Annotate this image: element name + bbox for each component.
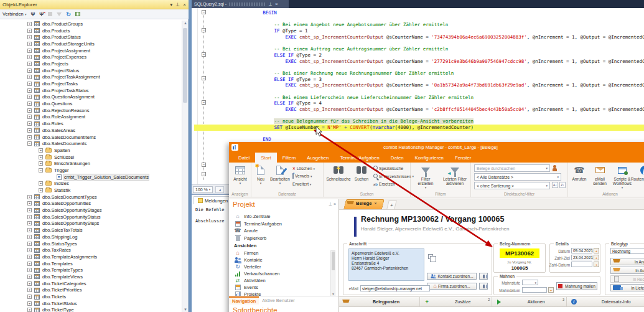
sort-asc-icon[interactable]: A↓ <box>552 182 558 188</box>
crm-titlebar[interactable]: combit Relationship Manager - combit_Lar… <box>229 142 644 153</box>
expander-icon[interactable]: + <box>27 108 32 113</box>
expander-icon[interactable]: + <box>39 161 43 166</box>
sidebar-item-firmen[interactable]: ⌂Firmen <box>234 250 258 257</box>
filter-erstellen-button[interactable]: Filter erstellen▾ <box>413 164 438 190</box>
email-field[interactable]: steiger@relationship-manager.net <box>360 285 430 291</box>
scroll-up-icon[interactable]: ▲ <box>183 21 188 25</box>
expander-icon[interactable]: + <box>27 295 32 299</box>
tree-item[interactable]: +dbo.TemplateAssignments <box>0 253 182 260</box>
suchen-button[interactable]: Suchen <box>352 164 371 181</box>
tree-item[interactable]: −Trigger <box>0 167 182 174</box>
zoom-level-select[interactable]: 100 % ▾ <box>193 186 213 193</box>
tree-item[interactable]: +dbo.TaxRates <box>0 247 182 253</box>
expander-icon[interactable]: + <box>27 102 32 106</box>
expander-icon[interactable]: + <box>27 115 32 119</box>
tree-item[interactable]: +Statistik <box>0 187 182 194</box>
expander-icon[interactable]: + <box>27 235 32 239</box>
sidebar-item-events[interactable]: Events <box>234 284 258 291</box>
pin-icon[interactable]: ⊥ <box>175 2 180 7</box>
tree-item[interactable]: +dbo.SalesDocumentTypes <box>0 194 182 201</box>
expander-icon[interactable]: + <box>27 228 32 232</box>
collapse-box-icon[interactable]: − <box>202 172 206 176</box>
tree-item[interactable]: +dbo.TemplateTypes <box>0 267 182 273</box>
close-icon[interactable]: × <box>183 2 186 7</box>
object-explorer-titlebar[interactable]: Objekt-Explorer ▾ ⊥ × <box>0 0 189 9</box>
expander-icon[interactable]: + <box>27 29 32 33</box>
tree-item[interactable]: +dbo.Templates <box>0 260 182 267</box>
bearbeiten-button[interactable]: Bearbeiten▾ <box>269 164 291 186</box>
section-tab-zus-tze[interactable]: +Zusätze2 <box>420 297 492 306</box>
verweis-button[interactable]: Verweis ▾ <box>292 174 312 178</box>
expander-icon[interactable]: + <box>27 88 32 93</box>
expander-icon[interactable]: + <box>39 148 43 153</box>
projekt-scrollbar[interactable]: ▼ <box>330 250 335 296</box>
expander-icon[interactable]: + <box>27 215 32 219</box>
ribbon-tab-termine-aufgaben[interactable]: Termine/Aufgaben <box>334 153 385 163</box>
expander-icon[interactable]: − <box>27 141 32 146</box>
tree-item[interactable]: +dbo.ShippingLog <box>0 234 182 240</box>
tree-item[interactable]: +dbo.SalesOpportunities <box>0 201 182 207</box>
in-verzeichnissen-button[interactable]: In Verzeichnissen ▾ <box>373 174 414 179</box>
collapse-box-icon[interactable]: − <box>202 28 206 32</box>
expander-icon[interactable]: + <box>27 255 32 259</box>
section-tab-datensatz-info[interactable]: iDatensatz-Info <box>567 297 644 306</box>
messages-tab[interactable]: Meldungen <box>194 196 232 204</box>
tree-item[interactable]: +dbo.Questions <box>0 100 182 107</box>
copy-icon[interactable] <box>428 250 433 262</box>
expander-icon[interactable]: + <box>27 128 32 133</box>
tree-item[interactable]: +dbo.ProjectStatus <box>0 67 182 74</box>
ribbon-tab-konfigurieren[interactable]: Konfigurieren <box>409 153 449 163</box>
expander-icon[interactable]: + <box>27 195 32 199</box>
tree-item[interactable]: +Spalten <box>0 147 182 154</box>
collapse-box-icon[interactable]: − <box>202 76 206 80</box>
query-tab[interactable]: SQLQuery2.sql - ⊥ × <box>192 0 289 8</box>
belege-durchsuchen-input[interactable]: Belege durchsuchen▾ <box>474 164 550 172</box>
expander-icon[interactable]: + <box>27 221 32 225</box>
ribbon-tab-filtern[interactable]: Filtern <box>277 153 302 163</box>
belegtyp-in-auftrag-button[interactable]: In Auftrag <box>610 267 644 274</box>
belegtyp-in-angebot-button[interactable]: In Angebot <box>610 258 644 265</box>
tree-item[interactable]: +dbo.Products <box>0 27 182 34</box>
zahl-datum-picker-button[interactable]: + <box>594 262 599 267</box>
ribbon-tab-daten[interactable]: Daten <box>385 153 409 163</box>
expander-icon[interactable]: + <box>27 49 32 53</box>
expander-icon[interactable]: + <box>39 188 43 192</box>
collapse-box-icon[interactable]: − <box>202 163 206 167</box>
activity-monitor-icon[interactable] <box>75 12 80 16</box>
tree-item[interactable]: +dbo.RejectionReasons <box>0 107 182 114</box>
section-tab-belegposten[interactable]: Belegposten <box>339 297 420 306</box>
expander-icon[interactable]: + <box>27 288 32 292</box>
loeschen-button[interactable]: ×Löschen ▾ <box>292 166 315 171</box>
section-tab-aktionen[interactable]: Aktionen3 <box>492 297 567 306</box>
expander-icon[interactable]: + <box>27 135 32 139</box>
collapse-box-icon[interactable]: − <box>202 100 206 105</box>
tree-item[interactable]: +dbo.Roles <box>0 120 182 127</box>
collapse-box-icon[interactable]: − <box>202 52 206 57</box>
expander-icon[interactable]: + <box>27 275 32 279</box>
expander-icon[interactable]: + <box>27 82 32 86</box>
collapse-box-icon[interactable]: − <box>202 10 206 14</box>
tree-item[interactable]: +dbo.SalesOpportunityStages <box>0 207 182 214</box>
tree-item[interactable]: +dbo.TicketStatus <box>0 300 182 307</box>
tree-item[interactable]: +dbo.Projects <box>0 60 182 67</box>
refresh-icon[interactable]: ↻ <box>66 11 71 17</box>
sort-desc-icon[interactable]: Z↓ <box>559 182 566 188</box>
mahnung-mailen-button[interactable]: Mahnung mailen <box>556 282 597 290</box>
connect-button[interactable]: Verbinden ▾ <box>2 11 26 17</box>
tree-item[interactable]: −dbo.SalesDocuments <box>0 140 182 147</box>
tree-item[interactable]: +dbo.SalesDocumentItems <box>0 134 182 141</box>
spezialsuche-button[interactable]: Spezialsuche <box>373 166 403 171</box>
tree-item[interactable]: +dbo.ProductGroups <box>0 21 182 27</box>
tree-item[interactable]: +dbo.StatusTypes <box>0 240 182 247</box>
tree-item[interactable]: +dbo.RoleAssignment <box>0 114 182 121</box>
belegtyp-in-lieferschein-button[interactable]: In Lieferschein <box>610 284 644 291</box>
ersetzen-button[interactable]: abErsetzen <box>373 182 395 186</box>
sidebar-item-verkaufschancen[interactable]: Verkaufschancen <box>234 270 280 277</box>
ribbon-tab-datei[interactable]: Datei <box>233 153 255 163</box>
routenplanung-button[interactable]: Routenplanung <box>635 164 644 181</box>
expander-icon[interactable]: + <box>27 121 32 126</box>
expander-icon[interactable]: + <box>27 95 32 99</box>
kontakt-extra-button[interactable] <box>479 273 488 280</box>
datum-picker-button[interactable]: + <box>594 248 599 253</box>
expander-icon[interactable]: + <box>27 208 32 212</box>
